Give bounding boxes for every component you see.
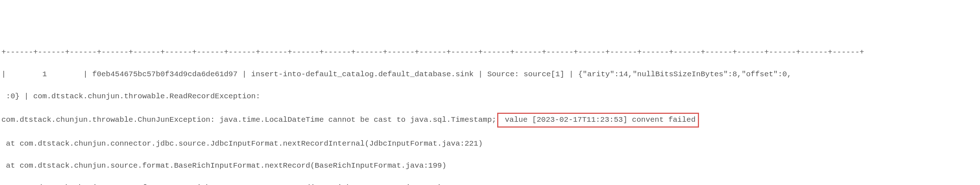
log-row-header: | 1 | f0eb454675bc57b0f34d9cda6de61d97 |… <box>2 69 978 80</box>
stack-frame: at com.dtstack.chunjun.connector.jdbc.so… <box>2 138 978 149</box>
exception-text: com.dtstack.chunjun.throwable.ChunJunExc… <box>2 116 496 124</box>
log-exception-type: :0} | com.dtstack.chunjun.throwable.Read… <box>2 91 978 102</box>
log-separator: +------+------+------+------+------+----… <box>2 47 978 58</box>
log-exception-message: com.dtstack.chunjun.throwable.ChunJunExc… <box>2 113 978 127</box>
stack-frame: at com.dtstack.chunjun.source.format.Bas… <box>2 182 978 185</box>
stack-frame: at com.dtstack.chunjun.source.format.Bas… <box>2 161 978 171</box>
highlighted-value: value [2023-02-17T11:23:53] convent fail… <box>497 113 699 127</box>
